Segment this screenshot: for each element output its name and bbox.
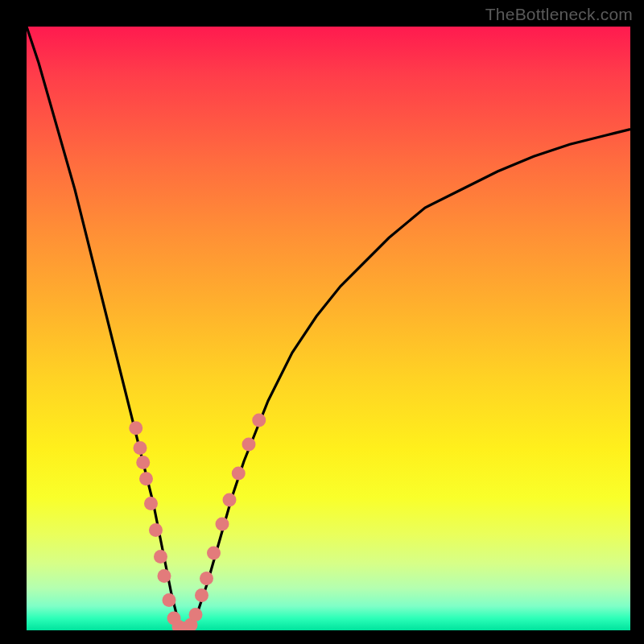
data-marker	[189, 608, 203, 621]
data-marker	[134, 441, 147, 455]
data-marker	[158, 569, 171, 583]
data-marker	[144, 497, 158, 510]
data-marker	[242, 438, 256, 452]
data-marker	[200, 572, 213, 585]
bottleneck-curve-path	[27, 27, 630, 630]
plot-area	[27, 27, 630, 630]
data-marker	[223, 493, 237, 507]
data-marker	[136, 456, 150, 469]
data-marker	[139, 472, 153, 485]
data-marker	[207, 547, 221, 560]
data-marker	[232, 467, 246, 481]
data-marker	[129, 421, 142, 435]
bottleneck-curve-svg	[27, 27, 630, 630]
watermark-text: TheBottleneck.com	[485, 5, 633, 24]
data-marker	[195, 588, 208, 602]
data-marker	[252, 414, 266, 427]
data-marker	[216, 518, 229, 531]
data-marker	[154, 550, 167, 564]
chart-frame: TheBottleneck.com	[0, 0, 644, 644]
data-marker	[149, 523, 163, 537]
data-markers	[129, 414, 266, 631]
data-marker	[163, 593, 176, 607]
